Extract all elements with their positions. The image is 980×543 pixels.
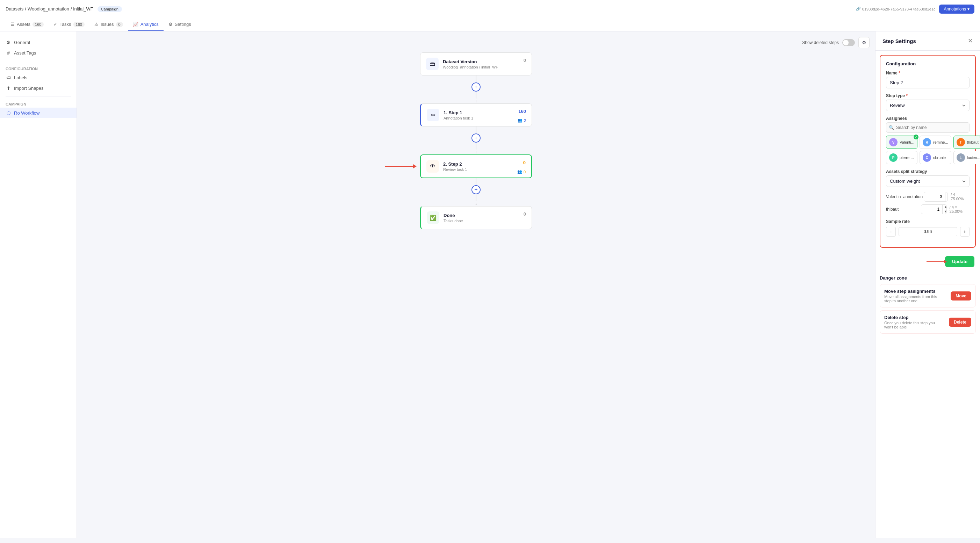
breadcrumb-annotation[interactable]: Woodlog_annotation — [28, 6, 69, 11]
sample-rate-increase[interactable]: + — [960, 227, 970, 237]
wf-node-step2[interactable]: 👁 2. Step 2 Review task 1 0 👥 0 — [420, 154, 532, 178]
danger-zone-title: Danger zone — [880, 275, 976, 281]
split-user-thibaut: thibaut — [886, 207, 918, 212]
tab-tasks[interactable]: ✓ Tasks 160 — [49, 18, 89, 31]
connector-3: + ↓ — [471, 178, 480, 206]
wf-node-dataset-version[interactable]: 🗃 Dataset Version Woodlog_annotation / i… — [420, 52, 532, 75]
panel-header: Step Settings ✕ — [875, 32, 980, 51]
step-type-field-group: Step type * ReviewAnnotationQA — [886, 93, 969, 111]
name-input[interactable] — [886, 77, 969, 88]
sidebar-item-workflow[interactable]: ⬡ Ro Workflow — [0, 108, 76, 118]
annotation-icon: ✏ — [427, 109, 439, 121]
search-assignees-input[interactable] — [886, 122, 969, 133]
step-type-select[interactable]: ReviewAnnotationQA — [886, 100, 969, 111]
update-button[interactable]: Update — [945, 256, 974, 267]
split-down-valentin[interactable]: ▼ — [945, 197, 948, 201]
assignees-label: Assignees — [886, 116, 969, 121]
link-icon: 🔗 — [856, 6, 861, 11]
add-step-button-1[interactable]: + — [471, 83, 480, 92]
assignee-chip-remihe[interactable]: R remihe... — [920, 136, 951, 149]
sidebar-item-asset-tags[interactable]: # Asset Tags — [0, 48, 76, 58]
canvas-area: Show deleted steps ⚙ 🗃 Dataset Version W… — [77, 32, 875, 538]
update-arrow-head — [944, 260, 947, 264]
tab-analytics[interactable]: 📈 Analytics — [128, 18, 164, 31]
connector-1: + ↓ — [471, 75, 480, 103]
avatar-remihe: R — [923, 138, 931, 146]
connector-line-6 — [476, 194, 476, 201]
sidebar-item-import-shapes[interactable]: ⬆ Import Shapes — [0, 83, 76, 93]
wf-node-done[interactable]: ✅ Done Tasks done 0 — [420, 206, 532, 229]
name-label: Name * — [886, 71, 969, 75]
sample-rate-field-group: Sample rate - + — [886, 219, 969, 237]
step2-wrapper: 👁 2. Step 2 Review task 1 0 👥 0 — [420, 154, 532, 178]
dataset-icon: 🗃 — [426, 58, 439, 70]
split-input-wrap-valentin: ▲ ▼ — [924, 192, 948, 202]
connector-line-2 — [476, 92, 476, 98]
workflow-icon: ⬡ — [6, 110, 11, 116]
add-step-button-3[interactable]: + — [471, 185, 480, 194]
assignee-chip-pierre[interactable]: P pierre-... — [886, 151, 918, 164]
split-input-wrap-thibaut: ▲ ▼ — [921, 205, 947, 214]
split-down-thibaut[interactable]: ▼ — [943, 209, 947, 214]
assignees-icon-2: 👥 — [517, 170, 522, 174]
avatar-pierre: P — [889, 153, 897, 162]
tab-issues[interactable]: ⚠ Issues 0 — [89, 18, 128, 31]
assignee-chip-thibaut[interactable]: T thibaut ✓ — [953, 136, 980, 149]
split-up-thibaut[interactable]: ▲ — [943, 205, 947, 209]
gear-icon: ⚙ — [862, 40, 866, 45]
breadcrumb-datasets[interactable]: Datasets — [6, 6, 24, 11]
dataset-node-subtitle: Woodlog_annotation / initial_WF — [443, 65, 526, 69]
add-step-button-2[interactable]: + — [471, 133, 480, 143]
sidebar-item-general[interactable]: ⚙ General — [0, 37, 76, 48]
step-type-label: Step type * — [886, 93, 969, 98]
nav-tabs: ☰ Assets 160 ✓ Tasks 160 ⚠ Issues 0 📈 An… — [0, 18, 980, 32]
danger-card-delete: Delete step Once you delete this step yo… — [880, 310, 976, 334]
assignee-chip-valenti[interactable]: V Valenti... ✓ — [886, 136, 918, 149]
issues-icon: ⚠ — [94, 22, 99, 27]
campaign-section-label: Campaign — [0, 99, 76, 108]
sample-rate-decrease[interactable]: - — [886, 227, 896, 237]
danger-section: Danger zone Move step assignments Move a… — [880, 275, 976, 334]
danger-card-delete-title: Delete step — [884, 315, 940, 320]
canvas-settings-button[interactable]: ⚙ — [858, 37, 870, 48]
step2-node-subtitle: Review task 1 — [443, 167, 526, 171]
main-layout: ⚙ General # Asset Tags Configuration 🏷 L… — [0, 32, 980, 538]
split-value-valentin[interactable] — [924, 192, 945, 201]
move-button[interactable]: Move — [951, 291, 971, 300]
split-strategy-select[interactable]: Custom weightEqualRandom — [886, 175, 969, 187]
tab-assets[interactable]: ☰ Assets 160 — [6, 18, 49, 31]
topbar: Datasets / Woodlog_annotation / initial_… — [0, 0, 980, 18]
assignees-field-group: Assignees 🔍 V Valenti... ✓ — [886, 116, 969, 164]
connector-line-4 — [476, 143, 476, 149]
canvas-toolbar: Show deleted steps ⚙ — [802, 37, 870, 48]
asset-tags-icon: # — [6, 50, 11, 56]
sidebar-item-labels[interactable]: 🏷 Labels — [0, 72, 76, 83]
arrow-down-2: ↓ — [475, 149, 477, 154]
split-strategy-field-group: Assets split strategy Custom weightEqual… — [886, 169, 969, 187]
campaign-badge: Campaign — [97, 6, 122, 12]
tasks-icon: ✓ — [54, 22, 57, 27]
update-area: Update — [875, 252, 980, 271]
danger-card-move: Move step assignments Move all assignmen… — [880, 284, 976, 308]
split-value-thibaut[interactable] — [921, 205, 942, 213]
annotations-button[interactable]: Annotations ▾ — [939, 5, 974, 14]
labels-icon: 🏷 — [6, 75, 11, 80]
assignee-chip-lucien[interactable]: L lucien... — [953, 151, 980, 164]
split-up-valentin[interactable]: ▲ — [945, 192, 948, 197]
step2-node-count: 0 — [523, 160, 526, 165]
delete-button[interactable]: Delete — [949, 318, 971, 327]
tab-settings[interactable]: ⚙ Settings — [164, 18, 196, 31]
danger-card-move-desc: Move all assignments from this step to a… — [884, 295, 940, 303]
dataset-node-title: Dataset Version — [443, 59, 526, 64]
search-wrap: 🔍 — [886, 122, 969, 133]
toggle-knob — [843, 40, 849, 45]
show-deleted-toggle[interactable] — [842, 39, 855, 46]
sample-rate-input[interactable] — [899, 227, 957, 236]
assets-icon: ☰ — [11, 22, 15, 27]
wf-node-step1[interactable]: ✏ 1. Step 1 Annotation task 1 160 👥 2 — [420, 103, 532, 127]
assignee-chip-cbrunie[interactable]: C cbrunie — [920, 151, 951, 164]
panel-close-button[interactable]: ✕ — [968, 37, 973, 45]
task-id: 🔗 01938d2d-462b-7a55-9173-47ae63ed2e1c — [856, 6, 935, 11]
split-strategy-label: Assets split strategy — [886, 169, 969, 174]
show-deleted-label: Show deleted steps — [802, 40, 839, 45]
